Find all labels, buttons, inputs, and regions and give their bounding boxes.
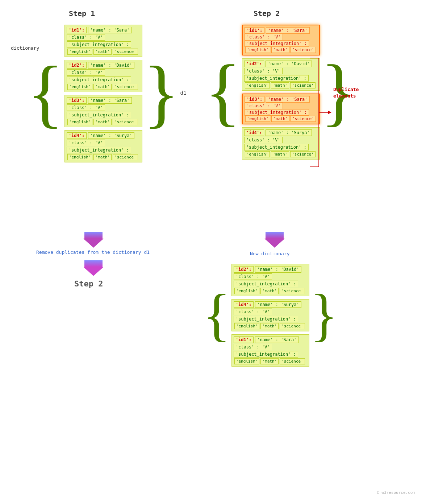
brace-right-icon: } bbox=[143, 55, 180, 131]
step2-row3-id4: 'subject_integration' : bbox=[244, 144, 318, 150]
new-dict-left-brace: { bbox=[203, 261, 231, 368]
step2-id2-subj-key: 'subject_integration' : bbox=[244, 75, 309, 82]
step2-id4-class: 'class' : 'V' bbox=[244, 137, 283, 143]
id3-english: 'english' bbox=[67, 119, 93, 125]
new-id4-class: 'class' : 'V' bbox=[234, 309, 272, 315]
step2-id2-math: 'math' bbox=[271, 82, 289, 88]
step2-left-brace: { bbox=[205, 22, 242, 161]
step2-id4-subjects: 'english' 'math' 'science' bbox=[245, 151, 318, 157]
step1-arrow2-shaft bbox=[84, 260, 103, 267]
new-dict-brace-right-icon: } bbox=[310, 286, 338, 344]
step2-title: Step 2 bbox=[254, 9, 280, 18]
svg-marker-4 bbox=[328, 111, 331, 114]
new-row1-id1: 'id1': 'name' : 'Sara' bbox=[234, 336, 307, 343]
new-dict-brace-left-icon: { bbox=[203, 286, 231, 344]
row3-id2: 'subject_integration' : bbox=[67, 77, 140, 83]
step2-id2-class: 'class' : 'V' bbox=[244, 68, 283, 74]
diagram: Step 1 Step 2 dictionary { 'id1': 'name'… bbox=[7, 7, 419, 497]
row1-id3: 'id3': 'name' : 'Sara' bbox=[67, 97, 140, 104]
step1-left-brace: { bbox=[27, 22, 64, 164]
page-container: Step 1 Step 2 dictionary { 'id1': 'name'… bbox=[0, 0, 426, 504]
step2-brace-left-icon: { bbox=[205, 53, 241, 129]
step2-id3-subjects: 'english' 'math' 'science' bbox=[245, 116, 317, 122]
new-id1-subj-key: 'subject_integration' : bbox=[234, 351, 298, 358]
id4-name: 'name' : 'Surya' bbox=[88, 132, 134, 139]
step2-row3-id1: 'subject_integration' : bbox=[245, 40, 317, 47]
id3-subj-key: 'subject_integration' : bbox=[67, 112, 131, 118]
step1-right-brace: } bbox=[142, 22, 180, 164]
step2-row1-id4: 'id4': 'name' : 'Surya' bbox=[244, 129, 318, 136]
id2-name: 'name' : 'David' bbox=[88, 62, 134, 69]
id4-key: 'id4': bbox=[67, 132, 87, 139]
id4-subj-key: 'subject_integration' : bbox=[67, 147, 131, 153]
new-row1-id2: 'id2': 'name' : 'David' bbox=[234, 266, 307, 273]
step2-row2-id1: 'class' : 'V' bbox=[245, 34, 317, 40]
new-dict-entries: 'id2': 'name' : 'David' 'class' : 'V' 's… bbox=[231, 261, 309, 368]
step2-row1-id3: 'id3': 'name' : 'Sara' bbox=[245, 96, 317, 103]
row2-id3: 'class' : 'V' bbox=[67, 104, 140, 111]
duplicate-svg bbox=[308, 27, 380, 198]
step2-id1-class: 'class' : 'V' bbox=[245, 34, 283, 40]
step2-row3-id3: 'subject_integration' : bbox=[245, 109, 317, 116]
step2-id4-key: 'id4': bbox=[244, 129, 264, 136]
id2-subj-key: 'subject_integration' : bbox=[67, 77, 131, 83]
row3-id3: 'subject_integration' : bbox=[67, 112, 140, 118]
step2-id3-class: 'class' : 'V' bbox=[245, 103, 283, 109]
brace-left-icon: { bbox=[27, 55, 64, 131]
id4-science: 'science' bbox=[113, 154, 138, 160]
new-id2-subj-key: 'subject_integration' : bbox=[234, 281, 298, 287]
step2-row2-id4: 'class' : 'V' bbox=[244, 137, 318, 143]
step2-arrow-shaft bbox=[266, 232, 284, 239]
new-row3-id4: 'subject_integration' : bbox=[234, 316, 307, 322]
id1-key: 'id1': bbox=[67, 27, 87, 33]
new-id1-class: 'class' : 'V' bbox=[234, 344, 272, 350]
id1-name: 'name' : 'Sara' bbox=[88, 27, 131, 33]
step2-id1-math: 'math' bbox=[271, 47, 289, 53]
step1-arrow-container bbox=[83, 232, 104, 248]
step2-id3-english: 'english' bbox=[245, 116, 271, 122]
id4-math: 'math' bbox=[93, 154, 112, 160]
id3-key: 'id3': bbox=[67, 97, 87, 104]
id3-math: 'math' bbox=[93, 119, 112, 125]
step2-id1-subjects: 'english' 'math' 'science' bbox=[245, 47, 317, 53]
new-row3-id2: 'subject_integration' : bbox=[234, 281, 307, 287]
row1-id4: 'id4': 'name' : 'Surya' bbox=[67, 132, 140, 139]
step2-row3-id2: 'subject_integration' : bbox=[244, 75, 318, 82]
step2-id3-math: 'math' bbox=[271, 116, 289, 122]
row2-id2: 'class' : 'V' bbox=[67, 69, 140, 76]
step2-arrow-container bbox=[264, 232, 285, 248]
id2-key: 'id2': bbox=[67, 62, 87, 69]
id1-science: 'science' bbox=[113, 49, 138, 55]
step1-arrow2-head-icon bbox=[83, 267, 104, 276]
step2-arrow-head-icon bbox=[264, 239, 285, 248]
step2-id3-key: 'id3': bbox=[245, 96, 264, 103]
step1-action-text: Remove duplicates from the dictionary d1 bbox=[36, 249, 150, 255]
id4-english: 'english' bbox=[67, 154, 93, 160]
entry-id3: 'id3': 'name' : 'Sara' 'class' : 'V' 'su… bbox=[64, 95, 142, 127]
id1-subjects: 'english' 'math' 'science' bbox=[67, 49, 140, 55]
row3-id1: 'subject_integration' : bbox=[67, 41, 140, 48]
id2-subjects: 'english' 'math' 'science' bbox=[67, 84, 140, 90]
new-dict-right-brace: } bbox=[309, 261, 338, 368]
new-id1-math: 'math' bbox=[260, 358, 279, 364]
new-id2-subjects: 'english' 'math' 'science' bbox=[234, 288, 307, 294]
new-id2-key: 'id2': bbox=[234, 266, 254, 273]
new-id4-science: 'science' bbox=[280, 323, 305, 329]
id4-subjects: 'english' 'math' 'science' bbox=[67, 154, 140, 160]
new-row1-id4: 'id4': 'name' : 'Surya' bbox=[234, 301, 307, 308]
id1-class: 'class' : 'V' bbox=[67, 34, 105, 41]
duplicate-label: Duplicateelements bbox=[333, 86, 359, 99]
new-entry-id1: 'id1': 'name' : 'Sara' 'class' : 'V' 'su… bbox=[231, 334, 309, 367]
d1-label: d1 bbox=[180, 90, 187, 96]
new-dict-label: New dictionary bbox=[250, 251, 290, 256]
step2-id1-subj-key: 'subject_integration' : bbox=[245, 40, 309, 47]
new-row2-id4: 'class' : 'V' bbox=[234, 309, 307, 315]
new-row3-id1: 'subject_integration' : bbox=[234, 351, 307, 358]
step2-bottom-label: Step 2 bbox=[74, 279, 103, 288]
id3-class: 'class' : 'V' bbox=[67, 104, 105, 111]
new-id2-name: 'name' : 'David' bbox=[255, 266, 301, 273]
step1-arrow-shaft bbox=[84, 232, 103, 239]
new-id1-key: 'id1': bbox=[234, 336, 254, 343]
new-id1-english: 'english' bbox=[234, 358, 260, 364]
new-id4-math: 'math' bbox=[260, 323, 279, 329]
